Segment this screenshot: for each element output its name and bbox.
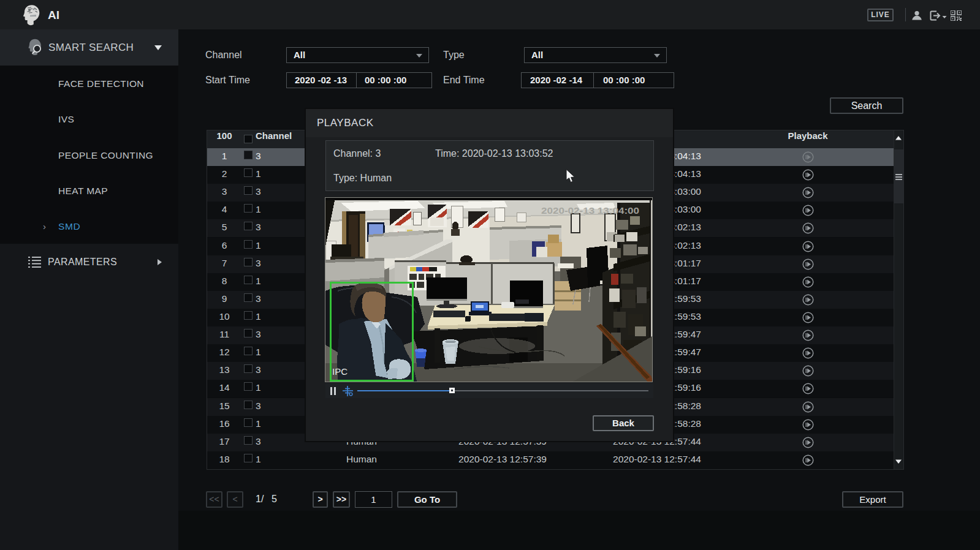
svg-text:IPC: IPC: [332, 366, 348, 377]
svg-text:2020-02-13 13:04:00: 2020-02-13 13:04:00: [541, 206, 639, 216]
